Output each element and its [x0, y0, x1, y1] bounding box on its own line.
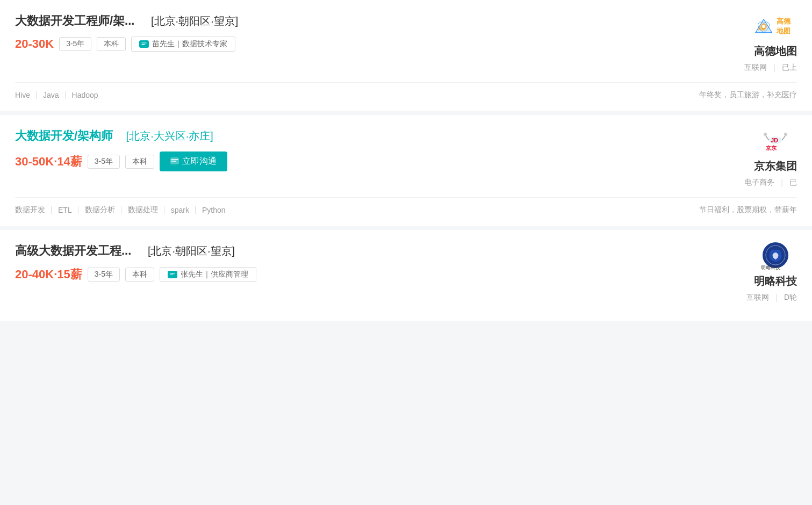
- skill-data-dev: 数据开发: [15, 205, 52, 215]
- job-footer-1: Hive Java Hadoop 年终奖，员工旅游，补充医疗: [15, 82, 797, 100]
- chat-icon-3: [168, 271, 177, 278]
- company-area-3: 明略科技 明略科技 互联网 | D轮: [679, 243, 797, 302]
- company-tags-2: 电子商务 | 已: [744, 178, 797, 187]
- recruiter-btn-1[interactable]: 苗先生｜数据技术专家: [131, 37, 235, 52]
- education-tag-1: 本科: [97, 37, 126, 51]
- chat-now-btn-2[interactable]: 立即沟通: [160, 152, 227, 171]
- svg-point-9: [784, 133, 787, 136]
- job-title-2[interactable]: 大数据开发/架构师 [北京·大兴区·亦庄]: [15, 128, 679, 144]
- skill-data-analysis: 数据分析: [78, 205, 121, 215]
- company-logo-3: 明略科技: [754, 243, 797, 270]
- company-tags-1: 互联网 | 已上: [744, 63, 797, 73]
- job-title-1[interactable]: 大数据开发工程师/架... [北京·朝阳区·望京]: [15, 13, 679, 29]
- chat-now-icon-2: [170, 157, 179, 167]
- skill-java: Java: [37, 91, 66, 99]
- amap-text-logo: 高德地图: [777, 17, 797, 36]
- svg-point-5: [762, 25, 765, 28]
- skill-hadoop: Hadoop: [66, 91, 105, 99]
- education-tag-2: 本科: [125, 155, 154, 169]
- svg-text:JD: JD: [771, 137, 778, 143]
- job-card-3: 高级大数据开发工程... [北京·朝阳区·望京] 20-40K·15薪 3-5年…: [0, 230, 812, 321]
- company-stage-1: 已上: [782, 63, 797, 73]
- job-meta-1: 20-30K 3-5年 本科 苗先生｜数据技术专家: [15, 37, 679, 52]
- education-tag-3: 本科: [125, 268, 154, 282]
- skill-hive: Hive: [15, 91, 37, 99]
- job-card-1: 大数据开发工程师/架... [北京·朝阳区·望京] 20-30K 3-5年 本科…: [0, 0, 812, 111]
- company-industry-1: 互联网: [744, 63, 767, 73]
- company-industry-2: 电子商务: [744, 178, 774, 187]
- company-name-1[interactable]: 高德地图: [754, 44, 797, 59]
- job-footer-2: 数据开发 ETL 数据分析 数据处理 spark Python 节日福利，股票期…: [15, 197, 797, 215]
- skill-data-processing: 数据处理: [121, 205, 164, 215]
- svg-text:京东: 京东: [766, 145, 777, 151]
- minglue-icon: 明略科技: [757, 240, 794, 272]
- svg-point-8: [764, 133, 767, 136]
- skill-etl: ETL: [52, 206, 78, 214]
- benefits-1: 年终奖，员工旅游，补充医疗: [699, 90, 797, 100]
- salary-3: 20-40K·15薪: [15, 266, 82, 283]
- job-card-2: 大数据开发/架构师 [北京·大兴区·亦庄] 30-50K·14薪 3-5年 本科…: [0, 115, 812, 226]
- experience-tag-3: 3-5年: [88, 268, 120, 282]
- company-logo-2: JD 京东: [754, 128, 797, 155]
- experience-tag-2: 3-5年: [88, 155, 120, 169]
- job-meta-3: 20-40K·15薪 3-5年 本科 张先生｜供应商管理: [15, 266, 679, 283]
- company-name-2[interactable]: 京东集团: [754, 159, 797, 174]
- job-title-3[interactable]: 高级大数据开发工程... [北京·朝阳区·望京]: [15, 243, 679, 259]
- skill-python: Python: [196, 206, 232, 214]
- experience-tag-1: 3-5年: [59, 37, 91, 51]
- job-title-area-3: 高级大数据开发工程... [北京·朝阳区·望京] 20-40K·15薪 3-5年…: [15, 243, 679, 283]
- company-name-3[interactable]: 明略科技: [754, 274, 797, 288]
- company-area-1: 高德 高德地图 高德地图 互联网 | 已上: [679, 13, 797, 73]
- recruiter-btn-3[interactable]: 张先生｜供应商管理: [160, 267, 256, 282]
- job-title-area-1: 大数据开发工程师/架... [北京·朝阳区·望京] 20-30K 3-5年 本科…: [15, 13, 679, 52]
- salary-2: 30-50K·14薪: [15, 154, 82, 170]
- company-tags-3: 互联网 | D轮: [746, 293, 797, 302]
- chat-icon-1: [139, 40, 149, 48]
- company-stage-3: D轮: [784, 293, 797, 302]
- skills-2: 数据开发 ETL 数据分析 数据处理 spark Python: [15, 205, 232, 215]
- skills-1: Hive Java Hadoop: [15, 90, 105, 100]
- salary-1: 20-30K: [15, 37, 54, 51]
- jd-icon: JD 京东: [761, 129, 791, 154]
- skill-spark: spark: [164, 206, 196, 214]
- company-industry-3: 互联网: [746, 293, 769, 302]
- amap-icon: 高德: [754, 15, 773, 39]
- job-meta-2: 30-50K·14薪 3-5年 本科 立即沟通: [15, 152, 679, 171]
- svg-text:明略科技: 明略科技: [761, 265, 780, 270]
- company-stage-2: 已: [789, 178, 797, 187]
- company-area-2: JD 京东 京东集团 电子商务 | 已: [679, 128, 797, 187]
- company-logo-1: 高德 高德地图: [754, 13, 797, 40]
- benefits-2: 节日福利，股票期权，带薪年: [699, 205, 797, 215]
- job-title-area-2: 大数据开发/架构师 [北京·大兴区·亦庄] 30-50K·14薪 3-5年 本科…: [15, 128, 679, 171]
